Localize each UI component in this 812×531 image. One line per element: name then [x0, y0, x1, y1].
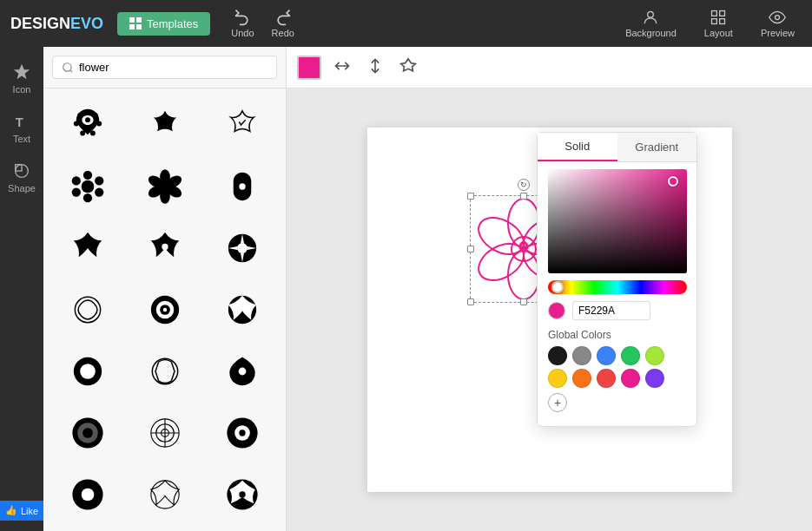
- hue-thumb[interactable]: [551, 281, 564, 293]
- hue-slider[interactable]: [548, 280, 687, 294]
- preview-button[interactable]: Preview: [754, 5, 802, 42]
- undo-button[interactable]: Undo: [224, 5, 261, 42]
- sidebar-item-icon[interactable]: Icon: [0, 54, 43, 103]
- list-item[interactable]: [50, 343, 124, 401]
- svg-point-23: [161, 121, 168, 128]
- layout-button[interactable]: Layout: [697, 5, 740, 42]
- svg-rect-5: [712, 11, 717, 16]
- list-item[interactable]: [50, 466, 124, 524]
- svg-point-24: [83, 170, 91, 179]
- picker-dot[interactable]: [668, 176, 678, 187]
- list-item[interactable]: [50, 404, 124, 462]
- hex-input[interactable]: [572, 301, 650, 320]
- global-color-2[interactable]: [572, 346, 591, 365]
- global-color-8[interactable]: [597, 369, 616, 388]
- svg-point-67: [239, 492, 245, 498]
- global-color-7[interactable]: [572, 369, 591, 388]
- svg-point-25: [95, 176, 103, 185]
- global-color-10[interactable]: [645, 369, 664, 388]
- shape-sidebar-icon: [12, 161, 31, 180]
- svg-rect-6: [720, 11, 725, 16]
- svg-rect-0: [129, 17, 135, 23]
- list-item[interactable]: [128, 404, 201, 462]
- svg-point-9: [776, 16, 780, 20]
- svg-point-62: [239, 430, 245, 436]
- templates-button[interactable]: Templates: [117, 12, 210, 36]
- sidebar-item-shape[interactable]: Shape: [0, 153, 43, 202]
- icon-sidebar-icon: [12, 62, 31, 82]
- svg-point-38: [239, 183, 245, 189]
- list-item[interactable]: [50, 280, 124, 338]
- effects-button[interactable]: [396, 54, 420, 82]
- logo-evo: EVO: [70, 15, 103, 33]
- list-item[interactable]: [128, 466, 201, 524]
- undo-redo-group: Undo Redo: [224, 5, 301, 42]
- svg-point-51: [238, 368, 246, 376]
- svg-point-29: [71, 176, 80, 185]
- list-item[interactable]: [128, 219, 201, 277]
- solid-tab[interactable]: Solid: [538, 133, 617, 161]
- gradient-tab[interactable]: Gradient: [617, 133, 697, 161]
- svg-point-17: [77, 113, 83, 118]
- global-color-5[interactable]: [645, 346, 664, 365]
- list-item[interactable]: [128, 157, 201, 215]
- list-item[interactable]: [50, 157, 124, 215]
- svg-point-37: [160, 181, 170, 192]
- svg-text:T: T: [16, 115, 23, 129]
- list-item[interactable]: [50, 95, 124, 154]
- preview-icon: [769, 9, 786, 26]
- sidebar-item-text[interactable]: T Text: [0, 103, 43, 153]
- color-picker-button[interactable]: [297, 56, 321, 80]
- text-sidebar-icon: T: [12, 112, 31, 131]
- list-item[interactable]: [205, 157, 279, 215]
- rotate-handle[interactable]: ↻: [518, 179, 530, 191]
- global-colors-row2: +: [538, 369, 696, 412]
- global-color-9[interactable]: [621, 369, 640, 388]
- list-item[interactable]: [128, 343, 201, 401]
- global-color-3[interactable]: [597, 346, 616, 365]
- color-picker-popup: Solid Gradient Global Colors: [537, 132, 697, 427]
- list-item[interactable]: [205, 343, 279, 401]
- search-input[interactable]: [79, 61, 267, 74]
- flip-vertical-button[interactable]: [363, 54, 387, 82]
- svg-rect-2: [129, 24, 135, 30]
- svg-point-19: [73, 121, 78, 126]
- hex-swatch: [548, 302, 565, 319]
- global-color-4[interactable]: [621, 346, 640, 365]
- effects-icon: [399, 57, 417, 75]
- add-color-button[interactable]: +: [548, 393, 567, 412]
- global-colors-row1: [538, 346, 696, 365]
- redo-button[interactable]: Redo: [265, 5, 301, 42]
- list-item[interactable]: [205, 219, 279, 277]
- color-gradient-box[interactable]: [548, 169, 687, 273]
- like-button[interactable]: 👍 Like: [0, 501, 47, 521]
- svg-point-26: [95, 187, 103, 196]
- logo-design: DESIGN: [10, 15, 70, 33]
- redo-icon: [274, 9, 292, 26]
- svg-point-39: [162, 244, 168, 250]
- list-item[interactable]: [128, 95, 201, 154]
- templates-icon: [129, 17, 142, 30]
- list-item[interactable]: [50, 219, 124, 277]
- svg-point-16: [85, 117, 90, 122]
- svg-line-15: [70, 69, 73, 72]
- right-area: ↻ Solid Gradient: [287, 47, 812, 531]
- background-button[interactable]: Background: [618, 5, 683, 42]
- flip-horizontal-icon: [333, 57, 351, 75]
- flip-horizontal-button[interactable]: [330, 54, 354, 82]
- list-item[interactable]: [205, 280, 279, 338]
- list-item[interactable]: [205, 95, 279, 154]
- svg-point-20: [96, 121, 102, 126]
- global-color-1[interactable]: [548, 346, 567, 365]
- sidebar: Icon T Text Shape 👍 Like: [0, 47, 43, 531]
- search-input-wrap: [52, 56, 277, 79]
- list-item[interactable]: [205, 466, 279, 524]
- svg-rect-3: [136, 24, 142, 30]
- list-item[interactable]: [128, 280, 201, 338]
- layout-icon: [710, 9, 727, 26]
- list-item[interactable]: [205, 404, 279, 462]
- svg-point-46: [162, 308, 166, 311]
- search-icon: [62, 62, 74, 74]
- gradient-bg: [548, 169, 687, 273]
- global-color-6[interactable]: [548, 369, 567, 388]
